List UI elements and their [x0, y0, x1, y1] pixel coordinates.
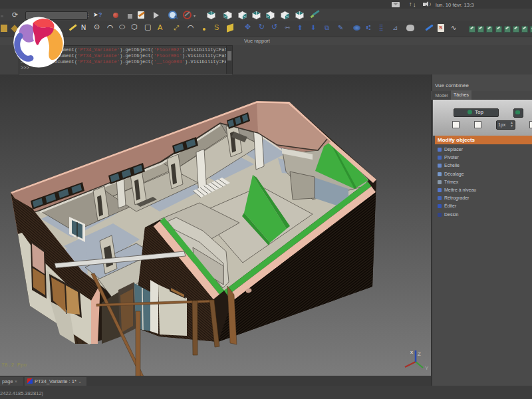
svg-text:Z: Z — [418, 351, 421, 357]
svg-text:Y: Y — [425, 365, 429, 371]
svg-text:x: x — [410, 349, 413, 355]
svg-text:78.2 Ppo: 78.2 Ppo — [1, 362, 27, 368]
